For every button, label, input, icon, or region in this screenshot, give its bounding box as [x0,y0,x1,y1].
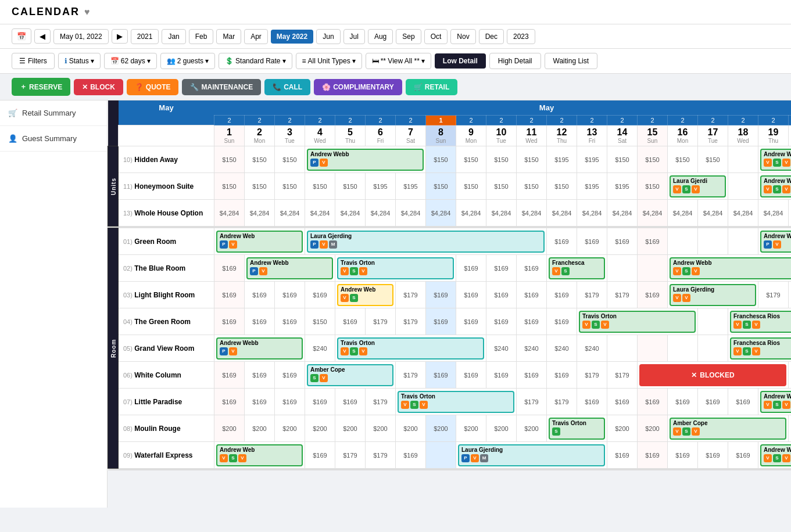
price-cell-02-11[interactable]: $169 [517,255,547,282]
price-cell-08-15[interactable]: $200 [638,415,668,442]
price-cell-08-14[interactable]: $200 [607,415,638,442]
sidebar-retail-summary[interactable]: 🛒 Retail Summary [0,100,107,126]
price-cell-08-2[interactable]: $200 [245,415,275,442]
price-cell-08-20[interactable] [789,415,792,442]
month-feb-btn[interactable]: Feb [189,29,214,44]
price-cell-03-13[interactable]: $179 [577,282,607,308]
month-oct-btn[interactable]: Oct [424,29,448,44]
month-apr-btn[interactable]: Apr [244,29,268,44]
booking-cell-08-16[interactable]: Amber Cope VSV [668,415,789,442]
booking-block-02-12[interactable]: Franchesca VS [549,257,605,279]
booking-block-07-7[interactable]: Travis Orton VSV [398,391,514,413]
price-cell-11-5[interactable]: $150 [335,173,366,200]
price-cell-03-9[interactable]: $169 [456,282,486,308]
sidebar-guest-summary[interactable]: 👤 Guest Summary [0,126,107,152]
price-cell-07-15[interactable]: $169 [638,389,668,415]
booking-block-04-18[interactable]: Franchesca Rios VSV [730,311,791,333]
price-cell-10-9[interactable]: $150 [456,146,486,173]
price-cell-13-3[interactable]: $4,284 [275,200,305,227]
guests-filter-btn[interactable]: 👥 2 guests ▾ [160,53,215,69]
price-cell-08-6[interactable]: $200 [366,415,396,442]
price-cell-04-2[interactable]: $169 [245,308,275,335]
price-cell-01-12[interactable]: $169 [547,228,577,255]
price-cell-10-15[interactable]: $150 [638,146,668,173]
price-cell-10-3[interactable]: $150 [275,146,305,173]
price-cell-06-20[interactable] [789,362,792,389]
price-cell-10-17[interactable]: $150 [698,146,728,173]
booking-cell-02-12[interactable]: Franchesca VS [547,255,607,282]
view-filter-btn[interactable]: 🛏 ** View All ** ▾ [366,53,431,69]
price-cell-08-4[interactable]: $200 [305,415,335,442]
next-date-btn[interactable]: ▶ [112,29,128,44]
price-cell-03-4[interactable]: $169 [305,282,335,308]
price-cell-07-5[interactable]: $169 [335,389,366,415]
price-cell-13-14[interactable]: $4,284 [607,200,638,227]
booking-block-01-1[interactable]: Andrew Web PV [216,231,303,253]
month-jul-btn[interactable]: Jul [343,29,365,44]
booking-cell-02-2[interactable]: Andrew Webb PV [245,255,335,282]
booking-block-09-9[interactable]: Laura Gjerding PVM [458,444,605,466]
price-cell-03-3[interactable]: $169 [275,282,305,308]
price-cell-13-19[interactable]: $4,284 [758,200,789,227]
year-2021-btn[interactable]: 2021 [131,29,159,44]
booking-block-11-16[interactable]: Laura Gjerdi VSV [670,175,726,197]
booking-cell-11-16[interactable]: Laura Gjerdi VSV [668,173,728,200]
low-detail-btn[interactable]: Low Detail [435,53,486,69]
price-cell-09-14[interactable]: $169 [607,442,638,469]
price-cell-13-20[interactable]: $4,284 [789,200,792,227]
price-cell-13-6[interactable]: $4,284 [366,200,396,227]
price-cell-07-3[interactable]: $169 [275,389,305,415]
booking-cell-04-18[interactable]: Franchesca Rios VSV [728,308,792,335]
status-filter-btn[interactable]: ℹ Status ▾ [58,53,101,69]
price-cell-13-18[interactable]: $4,284 [728,200,758,227]
price-cell-09-18[interactable]: $169 [728,442,758,469]
price-cell-11-10[interactable]: $150 [486,173,517,200]
price-cell-10-11[interactable]: $150 [517,146,547,173]
booking-block-10-4[interactable]: Andrew Webb PV [307,149,424,171]
price-cell-03-19[interactable]: $179 [758,282,789,308]
price-cell-13-8[interactable]: $4,284 [426,200,456,227]
reserve-btn[interactable]: ＋ RESERVE [12,78,70,96]
price-cell-13-5[interactable]: $4,284 [335,200,366,227]
price-cell-10-10[interactable]: $150 [486,146,517,173]
price-cell-08-7[interactable]: $200 [396,415,426,442]
price-cell-13-15[interactable]: $4,284 [638,200,668,227]
days-filter-btn[interactable]: 📅 62 days ▾ [104,53,157,69]
price-cell-10-13[interactable]: $195 [577,146,607,173]
price-cell-08-11[interactable]: $200 [517,415,547,442]
price-cell-06-9[interactable]: $169 [456,362,486,389]
price-cell-03-11[interactable]: $169 [517,282,547,308]
price-cell-02-1[interactable]: $169 [214,255,245,282]
booking-cell-11-19[interactable]: Andrew Webb VSV [758,173,792,200]
retail-btn[interactable]: 🛒 RETAIL [406,79,457,95]
price-cell-03-12[interactable]: $169 [547,282,577,308]
month-may-btn[interactable]: May 2022 [271,30,313,44]
price-cell-06-11[interactable]: $169 [517,362,547,389]
booking-block-09-1[interactable]: Andrew Web VSV [216,444,303,466]
price-cell-05-11[interactable]: $240 [517,335,547,362]
booking-block-05-18[interactable]: Franchesca Rios VSV [730,337,791,360]
price-cell-08-1[interactable]: $200 [214,415,245,442]
price-cell-07-1[interactable]: $169 [214,389,245,415]
block-btn[interactable]: ✕ BLOCK [74,79,123,95]
booking-block-02-5[interactable]: Travis Orton VSV [337,257,454,279]
price-cell-02-9[interactable]: $169 [456,255,486,282]
price-cell-13-2[interactable]: $4,284 [245,200,275,227]
price-cell-04-9[interactable]: $169 [456,308,486,335]
booking-block-07-19[interactable]: Andrew Web VSV [760,391,791,413]
price-cell-03-1[interactable]: $169 [214,282,245,308]
price-cell-11-6[interactable]: $195 [366,173,396,200]
price-cell-10-18[interactable] [728,146,758,173]
booking-block-01-4[interactable]: Laura Gjerding PVM [307,231,545,253]
booking-cell-01-19[interactable]: Andrew Web PV [758,228,792,255]
price-cell-11-3[interactable]: $150 [275,173,305,200]
price-cell-03-14[interactable]: $179 [607,282,638,308]
price-cell-04-1[interactable]: $169 [214,308,245,335]
booking-cell-01-4[interactable]: Laura Gjerding PVM [305,228,547,255]
booking-cell-09-1[interactable]: Andrew Web VSV [214,442,305,469]
price-cell-13-10[interactable]: $4,284 [486,200,517,227]
price-cell-05-16[interactable] [668,335,698,362]
price-cell-13-16[interactable]: $4,284 [668,200,698,227]
price-cell-02-10[interactable]: $169 [486,255,517,282]
price-cell-09-15[interactable]: $169 [638,442,668,469]
